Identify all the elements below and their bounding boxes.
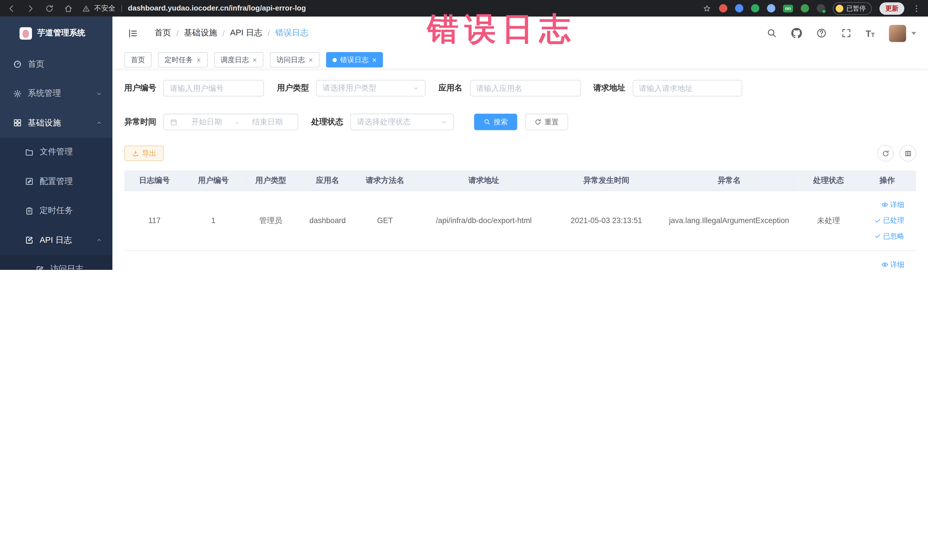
breadcrumb-item[interactable]: API 日志 [230, 28, 263, 38]
github-icon[interactable] [791, 28, 801, 38]
grid-icon [13, 118, 22, 127]
forward-icon[interactable] [26, 4, 35, 12]
column-header: 请求地址 [414, 170, 553, 191]
app-title: 芋道管理系统 [37, 28, 85, 38]
user-type-select[interactable]: 请选择用户类型 [316, 80, 426, 96]
breadcrumb-item[interactable]: 基础设施 [184, 28, 217, 38]
action-ignored[interactable]: 已忽略 [874, 229, 904, 244]
search-icon[interactable] [766, 28, 777, 38]
edit-icon [25, 177, 34, 186]
fullscreen-icon[interactable] [841, 28, 851, 38]
column-header: 用户编号 [185, 170, 242, 191]
sidebar-item-4[interactable]: 配置管理 [0, 167, 112, 196]
address-divider: | [119, 4, 124, 12]
action-processed[interactable]: 已处理 [874, 213, 904, 228]
user-id-input[interactable] [163, 80, 264, 96]
sidebar: 芋道管理系统 首页系统管理基础设施文件管理配置管理定时任务API 日志访问日志错… [0, 17, 112, 270]
search-button[interactable]: 搜索 [474, 113, 517, 130]
extension-on-badge[interactable]: on [783, 5, 793, 12]
action-label: 已处理 [883, 213, 904, 228]
action-detail[interactable]: 详细 [881, 257, 904, 270]
request-url-label: 请求地址 [594, 83, 625, 93]
action-detail[interactable]: 详细 [881, 197, 904, 212]
profile-paused-chip[interactable]: 已暂停 [833, 2, 872, 15]
date-range-picker[interactable]: 开始日期 - 结束日期 [163, 113, 298, 130]
filter-user-id: 用户编号 [124, 80, 264, 96]
column-header: 日志编号 [124, 170, 185, 191]
breadcrumb-item[interactable]: 错误日志 [275, 28, 308, 38]
security-label: 不安全 [94, 3, 116, 13]
exception-time-label: 异常时间 [124, 117, 156, 127]
user-id-label: 用户编号 [124, 83, 156, 93]
close-icon[interactable]: × [197, 56, 201, 64]
address-url[interactable]: dashboard.yudao.iocoder.cn/infra/log/api… [128, 4, 306, 12]
extension-icon-4[interactable] [767, 4, 775, 12]
tab-3[interactable]: 访问日志× [270, 52, 319, 68]
app-logo[interactable]: 芋道管理系统 [0, 17, 112, 50]
breadcrumb-separator: / [223, 29, 225, 38]
tab-0[interactable]: 首页 [124, 52, 151, 68]
user-menu [889, 24, 916, 42]
dashboard-icon [13, 60, 22, 69]
bookmark-star-icon[interactable] [703, 4, 711, 12]
cell-url: /api/infra/db-doc/export-html [414, 191, 553, 250]
sidebar-item-1[interactable]: 系统管理 [0, 79, 112, 108]
font-size-icon[interactable]: TT [866, 28, 875, 38]
close-icon[interactable]: × [252, 56, 257, 64]
caret-down-icon[interactable] [911, 32, 916, 35]
table-toolbar: 导出 [124, 145, 916, 162]
refresh-button[interactable] [877, 145, 894, 162]
chevron-down-icon [96, 90, 102, 97]
tabs-bar: 首页定时任务×调度日志×访问日志×错误日志× [112, 50, 928, 69]
sidebar-item-3[interactable]: 文件管理 [0, 137, 112, 167]
cell-method: GET [356, 250, 414, 270]
kebab-menu-icon[interactable] [912, 4, 921, 12]
close-icon[interactable]: × [308, 56, 313, 64]
home-icon[interactable] [64, 4, 73, 12]
breadcrumb-item[interactable]: 首页 [154, 28, 171, 38]
breadcrumb-separator: / [176, 29, 179, 38]
main-area: 首页/基础设施/API 日志/错误日志 TT 首页定时任务×调度日志×访问日志×… [112, 17, 928, 270]
column-header: 异常发生时间 [553, 170, 659, 191]
sidebar-item-label: 定时任务 [40, 205, 73, 216]
back-icon[interactable] [7, 4, 16, 12]
tab-1[interactable]: 定时任务× [158, 52, 208, 68]
extension-icon-3[interactable] [751, 4, 759, 12]
column-settings-button[interactable] [899, 145, 916, 162]
tab-label: 错误日志 [340, 55, 369, 65]
sidebar-item-6[interactable]: API 日志 [0, 225, 112, 255]
extension-paw-icon[interactable] [817, 4, 825, 12]
sidebar-item-7[interactable]: 访问日志 [0, 255, 112, 270]
browser-chrome: 不安全 | dashboard.yudao.iocoder.cn/infra/l… [0, 0, 928, 17]
close-icon[interactable]: × [372, 56, 377, 64]
sidebar-item-5[interactable]: 定时任务 [0, 196, 112, 226]
export-button[interactable]: 导出 [124, 145, 164, 161]
sidebar-item-2[interactable]: 基础设施 [0, 108, 112, 138]
extension-icon-1[interactable] [719, 4, 728, 12]
help-icon[interactable] [816, 28, 826, 38]
user-avatar[interactable] [889, 24, 906, 42]
sidebar-item-label: 配置管理 [40, 176, 73, 187]
tab-4[interactable]: 错误日志× [326, 52, 383, 68]
process-status-select[interactable]: 请选择处理状态 [350, 113, 454, 130]
address-bar[interactable]: 不安全 | dashboard.yudao.iocoder.cn/infra/l… [82, 3, 702, 13]
extension-icon-5[interactable] [801, 4, 809, 12]
sidebar-item-label: 系统管理 [28, 89, 61, 99]
chevron-down-icon [412, 85, 419, 92]
request-url-input[interactable] [632, 80, 742, 96]
update-button[interactable]: 更新 [879, 2, 904, 15]
range-separator: - [236, 117, 238, 127]
cell-time: 2021-05-03 12:02:31 [553, 250, 659, 270]
calendar-icon [170, 118, 177, 126]
reset-button[interactable]: 重置 [525, 113, 568, 130]
action-label: 详细 [890, 257, 904, 270]
table-header-row: 日志编号用户编号用户类型应用名请求方法名请求地址异常发生时间异常名处理状态操作 [124, 170, 916, 191]
tab-2[interactable]: 调度日志× [214, 52, 263, 68]
reload-icon[interactable] [45, 4, 54, 12]
start-date-placeholder: 开始日期 [182, 117, 231, 127]
sidebar-toggle-icon[interactable] [127, 27, 138, 38]
sidebar-item-0[interactable]: 首页 [0, 50, 112, 79]
app-name-input[interactable] [470, 80, 580, 96]
extension-icon-2[interactable] [735, 4, 743, 12]
action-label: 已忽略 [883, 229, 904, 244]
